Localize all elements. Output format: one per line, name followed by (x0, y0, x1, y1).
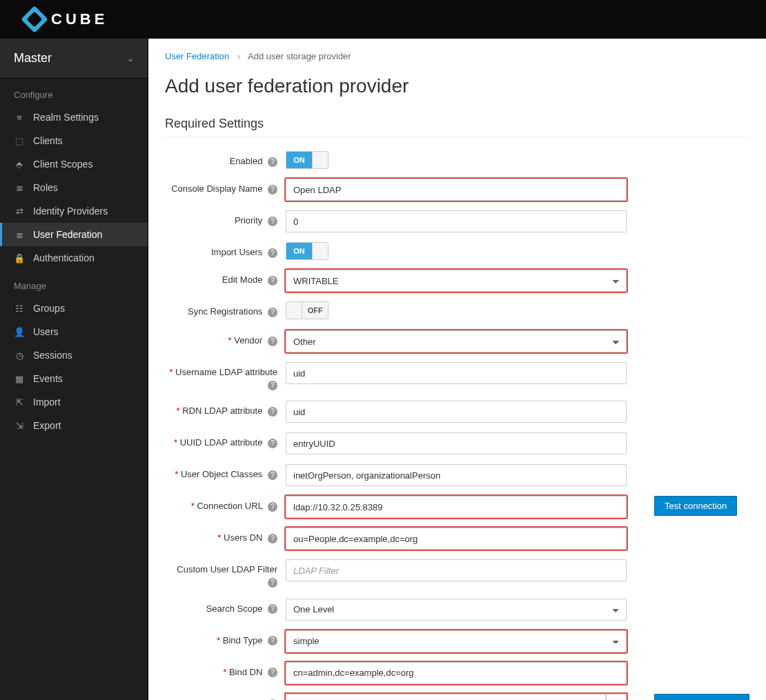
sidebar-item-authentication[interactable]: 🔒Authentication (0, 246, 148, 270)
label-rdn-attr: RDN LDAP attribute (182, 406, 262, 416)
sidebar-item-users[interactable]: 👤Users (0, 320, 148, 343)
label-search-scope: Search Scope (206, 603, 263, 614)
test-connection-button[interactable]: Test connection (654, 496, 737, 516)
breadcrumb-current: Add user storage provider (248, 51, 351, 61)
breadcrumb: User Federation › Add user storage provi… (165, 51, 749, 61)
help-icon[interactable]: ? (268, 248, 277, 258)
label-bind-dn: Bind DN (229, 667, 262, 677)
help-icon[interactable]: ? (268, 407, 277, 417)
realm-selector[interactable]: Master ⌄ (0, 39, 148, 79)
input-username-attr[interactable] (286, 362, 627, 384)
input-conn-url[interactable] (286, 496, 627, 518)
label-obj-classes: User Object Classes (181, 469, 262, 479)
nav-label: Identity Providers (33, 206, 108, 217)
select-search-scope[interactable]: One Level (286, 599, 627, 621)
label-conn-url: Connection URL (197, 501, 262, 511)
help-icon[interactable]: ? (268, 381, 277, 390)
nav-icon: ☷ (14, 303, 25, 314)
nav-label: Users (33, 326, 59, 337)
help-icon[interactable]: ? (268, 534, 277, 543)
logo[interactable]: CUBE (25, 10, 108, 29)
input-uuid-attr[interactable] (286, 432, 627, 454)
help-icon[interactable]: ? (268, 502, 277, 512)
help-icon[interactable]: ? (268, 439, 277, 448)
label-uuid-attr: UUID LDAP attribute (180, 437, 263, 448)
sidebar-item-client-scopes[interactable]: ⬘Client Scopes (0, 152, 148, 176)
nav-icon: ≡ (14, 112, 25, 123)
reveal-password-button[interactable]: 👁 (606, 694, 627, 700)
select-vendor[interactable]: Other (286, 330, 627, 352)
toggle-sync-reg[interactable]: ONOFF (286, 301, 328, 319)
input-priority[interactable] (286, 210, 627, 232)
nav-label: Client Scopes (33, 159, 92, 170)
label-console-name: Console Display Name (171, 183, 262, 194)
help-icon[interactable]: ? (268, 337, 277, 346)
nav-label: Realm Settings (33, 112, 99, 123)
sidebar-item-import[interactable]: ⇱Import (0, 390, 148, 414)
help-icon[interactable]: ? (268, 276, 277, 286)
sidebar-item-export[interactable]: ⇲Export (0, 414, 148, 437)
input-obj-classes[interactable] (286, 464, 627, 486)
breadcrumb-sep: › (237, 51, 240, 61)
label-users-dn: Users DN (224, 532, 262, 543)
nav-icon: ⬚ (14, 136, 25, 146)
sidebar-item-realm-settings[interactable]: ≡Realm Settings (0, 106, 148, 129)
nav-icon: ⇱ (14, 397, 25, 408)
breadcrumb-root[interactable]: User Federation (165, 51, 229, 61)
help-icon[interactable]: ? (268, 578, 277, 588)
select-edit-mode[interactable]: WRITABLE (286, 270, 627, 292)
sidebar: Master ⌄ Configure ≡Realm Settings⬚Clien… (0, 39, 148, 700)
sidebar-item-events[interactable]: ▦Events (0, 367, 148, 390)
nav-icon: ≣ (14, 183, 25, 193)
label-vendor: Vendor (234, 335, 262, 346)
nav-icon: 🔒 (14, 253, 25, 263)
help-icon[interactable]: ? (268, 604, 277, 614)
input-users-dn[interactable] (286, 528, 627, 550)
nav-label: User Federation (33, 229, 102, 240)
nav-label: Groups (33, 303, 65, 314)
nav-icon: ⇲ (14, 421, 25, 431)
help-icon[interactable]: ? (268, 668, 277, 677)
sidebar-item-clients[interactable]: ⬚Clients (0, 129, 148, 152)
realm-name: Master (14, 51, 52, 66)
help-icon[interactable]: ? (268, 185, 277, 194)
label-username-attr: Username LDAP attribute (175, 367, 277, 377)
input-bind-cred[interactable] (286, 694, 606, 700)
nav-label: Roles (33, 182, 58, 193)
toggle-import-users[interactable]: ONOFF (286, 242, 328, 260)
label-edit-mode: Edit Mode (222, 274, 263, 285)
topbar: CUBE (0, 0, 766, 39)
nav-label: Authentication (33, 252, 95, 263)
help-icon[interactable]: ? (268, 308, 277, 317)
page-title: Add user federation provider (165, 75, 749, 97)
input-custom-filter[interactable] (286, 559, 627, 581)
input-bind-dn[interactable] (286, 662, 627, 684)
toggle-enabled[interactable]: ONOFF (286, 151, 328, 169)
nav-icon: ⇄ (14, 206, 25, 217)
label-bind-type: Bind Type (223, 635, 263, 646)
main-content: User Federation › Add user storage provi… (148, 39, 766, 700)
sidebar-item-identity-providers[interactable]: ⇄Identity Providers (0, 199, 148, 223)
sidebar-section-manage: Manage (0, 270, 148, 297)
logo-icon (21, 6, 48, 33)
help-icon[interactable]: ? (268, 157, 277, 167)
help-icon[interactable]: ? (268, 217, 277, 226)
help-icon[interactable]: ? (268, 636, 277, 646)
sidebar-item-user-federation[interactable]: ≣User Federation (0, 223, 148, 246)
test-authentication-button[interactable]: Test authentication (654, 694, 749, 700)
help-icon[interactable]: ? (268, 470, 277, 480)
label-import-users: Import Users (211, 247, 262, 257)
nav-label: Events (33, 373, 63, 384)
nav-label: Clients (33, 135, 63, 146)
label-enabled: Enabled (230, 156, 263, 166)
input-console-name[interactable] (286, 179, 627, 201)
sidebar-item-groups[interactable]: ☷Groups (0, 297, 148, 320)
sidebar-item-sessions[interactable]: ◷Sessions (0, 343, 148, 367)
select-bind-type[interactable]: simple (286, 630, 627, 652)
sidebar-item-roles[interactable]: ≣Roles (0, 176, 148, 199)
sidebar-section-configure: Configure (0, 79, 148, 106)
input-rdn-attr[interactable] (286, 401, 627, 423)
nav-icon: ⬘ (14, 159, 25, 170)
chevron-down-icon: ⌄ (127, 54, 134, 63)
nav-icon: ◷ (14, 350, 25, 361)
